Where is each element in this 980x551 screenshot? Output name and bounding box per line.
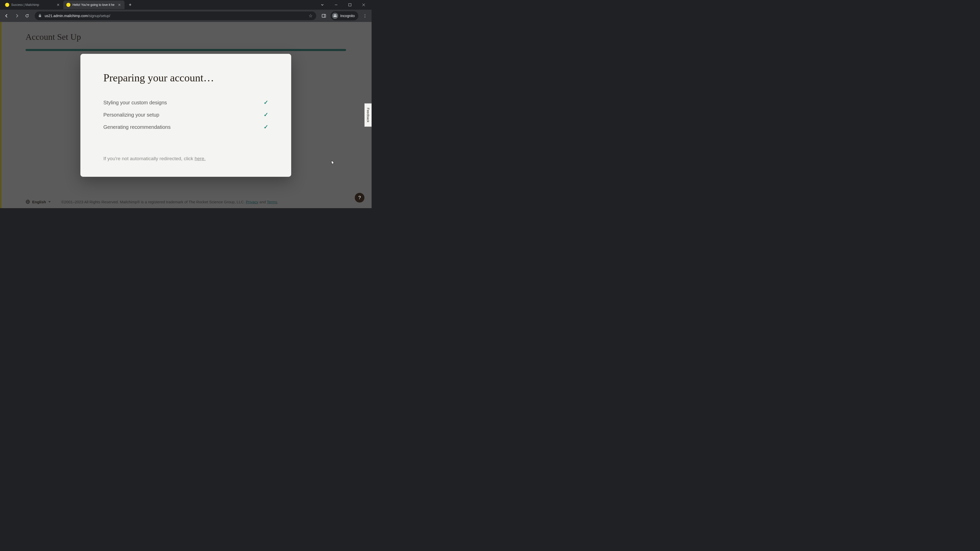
- incognito-icon: [332, 13, 338, 19]
- back-button[interactable]: [2, 11, 11, 21]
- url-text: us21.admin.mailchimp.com/signup/setup/: [45, 14, 305, 18]
- check-item: Styling your custom designs ✓: [103, 99, 268, 106]
- redirect-link[interactable]: here.: [194, 156, 205, 161]
- preparing-modal: Preparing your account… Styling your cus…: [80, 54, 291, 177]
- side-panel-icon[interactable]: [319, 11, 328, 21]
- svg-point-5: [334, 16, 335, 17]
- tab-bar: Success | Mailchimp ✕ Hello! You're goin…: [0, 0, 372, 10]
- favicon-icon: [5, 3, 9, 7]
- bookmark-icon[interactable]: ☆: [309, 13, 313, 19]
- svg-rect-1: [348, 3, 351, 6]
- window-controls: [317, 1, 372, 9]
- close-icon[interactable]: ✕: [56, 3, 60, 7]
- help-button[interactable]: ?: [355, 193, 364, 203]
- browser-tab-2[interactable]: Hello! You're going to love it he ✕: [63, 0, 124, 9]
- cursor-icon: [331, 160, 335, 165]
- check-label: Styling your custom designs: [103, 100, 167, 106]
- lock-icon: [38, 14, 41, 18]
- check-item: Personalizing your setup ✓: [103, 111, 268, 118]
- close-icon[interactable]: ✕: [118, 3, 121, 7]
- new-tab-button[interactable]: +: [127, 1, 134, 8]
- redirect-text: If you're not automatically redirected, …: [103, 156, 268, 162]
- browser-tab-1[interactable]: Success | Mailchimp ✕: [2, 0, 63, 9]
- tab-title: Hello! You're going to love it he: [73, 3, 115, 6]
- url-path: /signup/setup/: [88, 14, 110, 18]
- incognito-badge[interactable]: Incognito: [331, 11, 358, 21]
- address-bar[interactable]: us21.admin.mailchimp.com/signup/setup/ ☆: [35, 11, 316, 20]
- page-content: Account Set Up English ©2001–2023 All Ri…: [0, 22, 372, 208]
- check-item: Generating recommendations ✓: [103, 124, 268, 130]
- check-label: Personalizing your setup: [103, 112, 159, 118]
- svg-rect-2: [39, 15, 41, 17]
- check-icon: ✓: [264, 124, 268, 130]
- svg-rect-3: [322, 14, 326, 17]
- incognito-label: Incognito: [340, 14, 355, 18]
- forward-button[interactable]: [12, 11, 21, 21]
- close-window-button[interactable]: [358, 1, 369, 9]
- check-icon: ✓: [264, 99, 268, 106]
- favicon-icon: [66, 3, 70, 7]
- minimize-button[interactable]: [330, 1, 342, 9]
- tab-title: Success | Mailchimp: [11, 3, 54, 6]
- svg-point-6: [335, 16, 337, 17]
- chevron-down-icon[interactable]: [317, 1, 328, 9]
- feedback-tab[interactable]: Feedback: [364, 103, 372, 127]
- menu-icon[interactable]: ⋮: [360, 11, 369, 21]
- reload-button[interactable]: [22, 11, 32, 21]
- check-icon: ✓: [264, 111, 268, 118]
- url-host: us21.admin.mailchimp.com: [45, 14, 88, 18]
- check-label: Generating recommendations: [103, 124, 170, 130]
- address-bar-row: us21.admin.mailchimp.com/signup/setup/ ☆…: [0, 10, 372, 22]
- modal-title: Preparing your account…: [103, 72, 268, 84]
- maximize-button[interactable]: [344, 1, 356, 9]
